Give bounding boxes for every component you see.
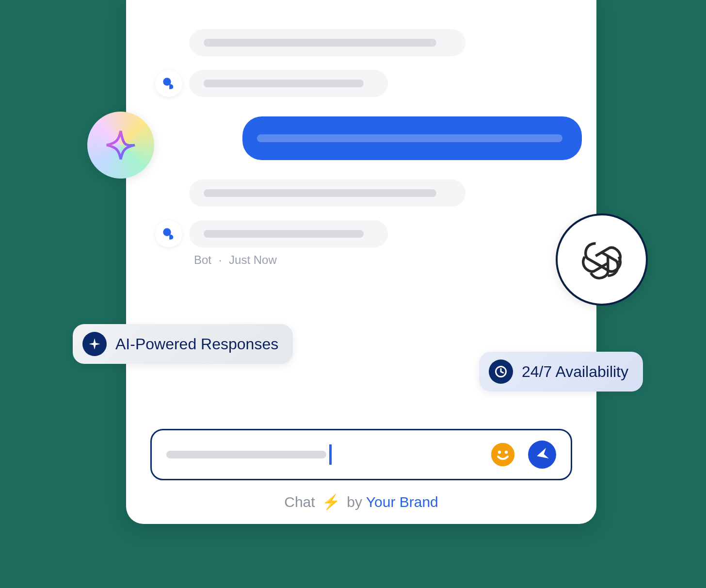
bot-avatar [155, 70, 182, 97]
footer-brand[interactable]: Your Brand [366, 494, 438, 510]
sparkle-icon [104, 128, 138, 162]
feature-label: AI-Powered Responses [115, 335, 278, 353]
input-cursor [329, 444, 332, 465]
feature-label: 24/7 Availability [522, 363, 628, 381]
svg-point-4 [505, 451, 508, 454]
sparkle-pill-icon [82, 332, 107, 356]
send-icon [535, 447, 549, 462]
meta-time: Just Now [229, 253, 277, 266]
chat-bubbles-icon [162, 77, 176, 90]
user-message [242, 116, 582, 160]
chat-bubbles-icon [162, 227, 176, 241]
openai-badge [556, 213, 648, 306]
meta-separator: · [219, 253, 222, 266]
feature-availability: 24/7 Availability [479, 352, 643, 392]
smiley-icon [491, 443, 514, 466]
bot-avatar [155, 220, 182, 247]
sparkle-icon [88, 337, 101, 351]
openai-icon [578, 235, 626, 284]
message-placeholder [204, 39, 436, 47]
message-placeholder [257, 134, 562, 142]
feature-ai-responses: AI-Powered Responses [73, 324, 293, 364]
chat-window: Bot · Just Now Chat [126, 0, 596, 524]
meta-sender: Bot [194, 253, 211, 266]
bot-message [189, 220, 388, 247]
message-placeholder [204, 80, 364, 87]
footer-by: by [347, 494, 362, 510]
message-placeholder [204, 189, 436, 197]
ai-sparkle-badge [87, 112, 154, 179]
clock-icon [494, 365, 508, 378]
chat-footer: Chat ⚡ by Your Brand [126, 493, 596, 510]
svg-point-3 [498, 451, 501, 454]
message-placeholder [204, 230, 364, 238]
message-input-bar[interactable] [150, 429, 572, 480]
clock-pill-icon [489, 359, 513, 384]
svg-point-2 [491, 443, 514, 466]
message-meta: Bot · Just Now [194, 253, 572, 267]
bot-message [189, 70, 388, 97]
input-placeholder [166, 451, 326, 458]
send-button[interactable] [528, 441, 556, 469]
footer-prefix: Chat [284, 494, 315, 510]
bot-message [189, 29, 465, 56]
emoji-button[interactable] [491, 443, 514, 466]
lightning-icon: ⚡ [322, 494, 340, 510]
bot-message [189, 180, 465, 207]
